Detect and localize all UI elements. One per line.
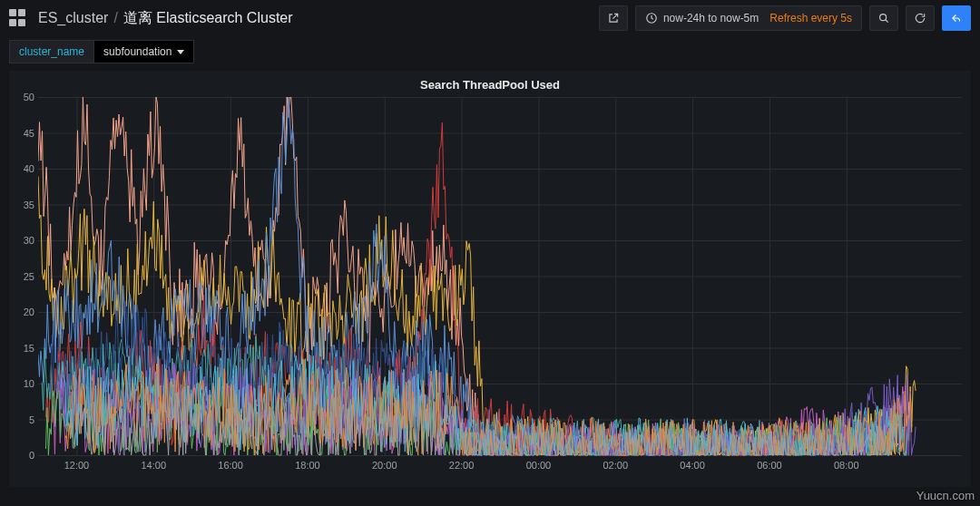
template-var-bar: cluster_name subfoundation <box>9 40 971 63</box>
back-arrow-icon <box>950 12 963 24</box>
magnifier-icon <box>877 12 890 24</box>
x-tick: 08:00 <box>834 460 859 471</box>
time-range-label: now-24h to now-5m <box>663 12 759 24</box>
y-tick: 40 <box>24 163 34 174</box>
back-button[interactable] <box>942 5 971 31</box>
y-tick: 20 <box>24 307 34 317</box>
template-var-text: subfoundation <box>103 45 172 58</box>
x-tick: 06:00 <box>757 460 782 471</box>
x-tick: 04:00 <box>680 460 705 471</box>
topbar: ES_cluster / 道离 Elasticsearch Cluster no… <box>0 0 980 36</box>
time-picker[interactable]: now-24h to now-5m Refresh every 5s <box>635 5 862 31</box>
x-tick: 02:00 <box>603 460 628 471</box>
chart-area[interactable]: 0510152025303540455012:0014:0016:0018:00… <box>38 97 964 487</box>
y-tick: 10 <box>24 378 34 389</box>
refresh-button[interactable] <box>906 5 935 31</box>
x-tick: 20:00 <box>372 460 397 471</box>
breadcrumb-folder[interactable]: ES_cluster <box>38 10 108 26</box>
y-tick: 50 <box>24 92 34 102</box>
template-var-label: cluster_name <box>9 40 94 63</box>
y-tick: 5 <box>29 414 34 425</box>
x-tick: 14:00 <box>141 460 166 471</box>
template-var-value[interactable]: subfoundation <box>94 40 194 63</box>
y-tick: 30 <box>24 235 34 246</box>
y-tick: 0 <box>29 450 34 461</box>
page-title[interactable]: 道离 Elasticsearch Cluster <box>123 9 293 28</box>
chevron-down-icon <box>177 50 184 54</box>
y-tick: 25 <box>24 271 34 282</box>
panel-title: Search ThreadPool Used <box>9 71 971 97</box>
svg-point-1 <box>880 15 887 21</box>
breadcrumb-separator: / <box>113 10 117 26</box>
chart-canvas[interactable] <box>38 97 962 478</box>
dashboards-icon[interactable] <box>9 9 27 27</box>
panel: Search ThreadPool Used 05101520253035404… <box>9 71 971 487</box>
clock-icon <box>645 12 658 24</box>
x-tick: 18:00 <box>295 460 320 471</box>
watermark: Yuucn.com <box>916 489 975 502</box>
x-tick: 22:00 <box>449 460 475 471</box>
zoom-out-button[interactable] <box>869 5 898 31</box>
breadcrumb: ES_cluster / 道离 Elasticsearch Cluster <box>38 9 293 28</box>
refresh-icon <box>914 12 926 24</box>
share-icon <box>607 12 620 24</box>
y-tick: 35 <box>24 199 34 210</box>
x-tick: 00:00 <box>526 460 552 471</box>
y-tick: 45 <box>24 128 34 139</box>
share-button[interactable] <box>599 5 628 31</box>
x-tick: 16:00 <box>218 460 243 471</box>
refresh-interval-label: Refresh every 5s <box>769 12 852 24</box>
x-tick: 12:00 <box>64 460 90 471</box>
y-tick: 15 <box>24 343 34 354</box>
